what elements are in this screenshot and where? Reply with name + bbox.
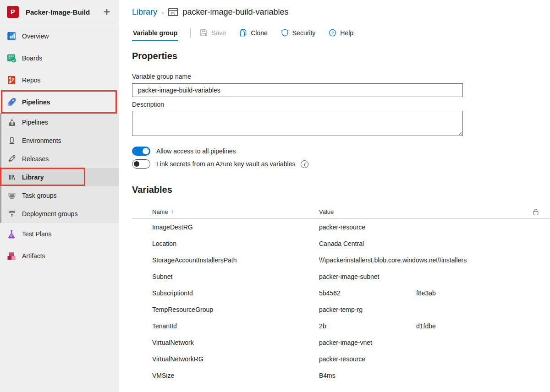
help-button[interactable]: ?Help <box>329 29 353 37</box>
action-label: Save <box>211 29 226 37</box>
page-title: packer-image-build-variables <box>182 7 288 17</box>
sidebar-item-environments[interactable]: Environments <box>0 131 119 150</box>
table-row[interactable]: StorageAccountInstallersPath\\\\packerin… <box>132 252 550 268</box>
sort-ascending-icon: ↑ <box>171 209 174 215</box>
sidebar-nav-top: OverviewBoardsReposPipelines <box>0 25 119 113</box>
pipelines-icon <box>6 97 17 108</box>
sidebar-item-label: Task groups <box>22 192 56 199</box>
sidebar-item-repos[interactable]: Repos <box>0 69 119 91</box>
svg-text:?: ? <box>331 30 334 35</box>
variable-value: \\\\packerinstallerst.blob.core.windows.… <box>319 256 550 264</box>
test-plans-icon <box>6 229 17 240</box>
allow-access-toggle[interactable] <box>132 147 150 156</box>
breadcrumb-library-link[interactable]: Library <box>132 7 157 17</box>
security-button[interactable]: Security <box>281 29 316 37</box>
name-column-label: Name <box>152 208 168 215</box>
variable-value-segment: \\\\packerinstallerst.blob.core.windows.… <box>319 256 467 264</box>
sidebar-item-test-plans[interactable]: Test Plans <box>0 223 119 245</box>
variable-value: Canada Central <box>319 240 550 247</box>
sidebar-item-releases[interactable]: Releases <box>0 150 119 168</box>
column-header-name[interactable]: Name ↑ <box>152 208 319 215</box>
table-row[interactable]: Subnetpacker-image-subnet <box>132 268 550 285</box>
variable-value-segment: packer-image-vnet <box>319 339 372 346</box>
variable-name: TempResourceGroup <box>152 306 319 313</box>
table-row[interactable]: VirtualNetworkpacker-image-vnet <box>132 334 550 351</box>
sidebar-item-library[interactable]: Library <box>0 168 119 186</box>
variable-group-name-input[interactable] <box>132 83 463 97</box>
sidebar-item-label: Repos <box>22 76 40 84</box>
sidebar-item-deployment-groups[interactable]: Deployment groups <box>0 205 119 223</box>
description-textarea[interactable] <box>132 111 463 136</box>
action-label: Clone <box>251 29 268 37</box>
sidebar-item-pipelines[interactable]: Pipelines <box>0 113 119 131</box>
sidebar-item-label: Library <box>22 174 44 181</box>
link-secrets-toggle[interactable] <box>132 159 150 169</box>
variable-value-segment: 2b: <box>319 322 416 330</box>
table-row[interactable]: TenantId2b:d1fdbe <box>132 318 550 334</box>
toggle-knob <box>143 148 149 154</box>
allow-access-label: Allow access to all pipelines <box>156 147 236 155</box>
variable-group-icon: (x) <box>168 8 178 16</box>
variable-name: TenantId <box>152 322 319 330</box>
sidebar-item-task-groups[interactable]: Task groups <box>0 186 119 205</box>
project-header: P Packer-Image-Build + <box>0 0 119 24</box>
save-icon <box>200 29 208 37</box>
sidebar-item-label: Environments <box>22 137 61 144</box>
tab-variable-group[interactable]: Variable group <box>132 24 178 41</box>
sidebar-item-label: Overview <box>22 33 49 40</box>
sidebar-item-label: Releases <box>22 155 49 163</box>
overview-icon <box>6 31 17 42</box>
variable-name: Location <box>152 240 319 247</box>
security-icon <box>281 29 289 37</box>
variable-value-segment: f8e3ab <box>416 289 436 297</box>
variable-name: Subnet <box>152 273 319 280</box>
toggle-knob <box>134 161 139 167</box>
variable-value-segment: B4ms <box>319 372 336 379</box>
lock-icon <box>533 208 539 216</box>
table-row[interactable]: VirtualNetworkRGpacker-resource <box>132 351 550 367</box>
variable-value: packer-image-vnet <box>319 339 550 346</box>
save-button[interactable]: Save <box>200 29 226 37</box>
properties-heading: Properties <box>132 51 177 61</box>
sidebar-item-pipelines[interactable]: Pipelines <box>0 91 119 113</box>
variable-value-segment: Canada Central <box>319 240 364 247</box>
sidebar-item-boards[interactable]: Boards <box>0 47 119 69</box>
variables-table: Name ↑ Value ImageDestRGpacker-resourceL… <box>132 205 550 384</box>
variable-value-segment: packer-resource <box>319 223 365 231</box>
variable-value: packer-resource <box>319 223 550 231</box>
sidebar-item-label: Pipelines <box>22 119 48 126</box>
table-row[interactable]: TempResourceGrouppacker-temp-rg <box>132 301 550 318</box>
sidebar-item-label: Pipelines <box>22 98 50 106</box>
variables-table-header: Name ↑ Value <box>132 205 550 219</box>
table-row[interactable]: ImageDestRGpacker-resource <box>132 219 550 235</box>
sidebar-item-overview[interactable]: Overview <box>0 25 119 47</box>
clone-button[interactable]: Clone <box>239 29 268 37</box>
variable-value: B4ms <box>319 372 550 379</box>
variable-value: 5b4562f8e3ab <box>319 289 550 297</box>
variable-value-segment: packer-resource <box>319 355 365 363</box>
allow-access-toggle-row: Allow access to all pipelines <box>132 146 236 156</box>
tab-bar: Variable group SaveCloneSecurity?Help <box>132 24 367 41</box>
link-secrets-toggle-row: Link secrets from an Azure key vault as … <box>132 159 308 169</box>
column-header-value[interactable]: Value <box>319 208 533 215</box>
subnav-scrollbar[interactable] <box>0 113 1 223</box>
table-row[interactable]: VMSizeB4ms <box>132 367 550 384</box>
add-project-item-button[interactable]: + <box>103 7 110 16</box>
task-groups-icon <box>8 191 16 200</box>
sidebar-item-artifacts[interactable]: Artifacts <box>0 245 119 267</box>
project-name[interactable]: Packer-Image-Build <box>26 8 103 16</box>
boards-icon <box>6 53 17 64</box>
project-sidebar: P Packer-Image-Build + OverviewBoardsRep… <box>0 0 119 392</box>
table-row[interactable]: LocationCanada Central <box>132 235 550 252</box>
variable-value-segment: 5b4562 <box>319 289 416 297</box>
info-icon[interactable]: i <box>301 160 308 168</box>
sidebar-item-label: Artifacts <box>22 252 45 260</box>
table-row[interactable]: SubscriptionId5b4562f8e3ab <box>132 285 550 301</box>
deployment-groups-icon <box>8 210 16 218</box>
variable-value: packer-resource <box>319 355 550 363</box>
breadcrumb-separator: › <box>162 9 164 16</box>
pipelines-sub-icon <box>8 118 16 126</box>
project-logo: P <box>7 6 19 18</box>
breadcrumb: Library › (x) packer-image-build-variabl… <box>132 7 288 17</box>
variable-name: VirtualNetworkRG <box>152 355 319 363</box>
